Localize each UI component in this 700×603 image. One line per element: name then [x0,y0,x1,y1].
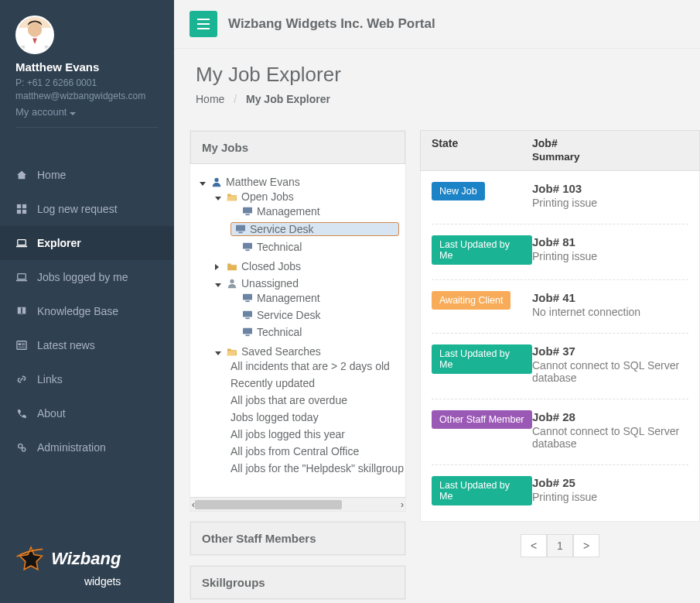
pager-page[interactable]: 1 [547,534,573,557]
tree-label: Service Desk [250,223,313,235]
tree-open-jobs[interactable]: Open Jobs [215,190,399,203]
saved-search-item[interactable]: All jobs that are overdue [230,394,399,406]
nav-label: Links [37,373,63,385]
svg-rect-1 [17,204,21,207]
tree-un-service-desk[interactable]: Service Desk [230,309,399,321]
job-summary: Printing issue [532,491,688,503]
saved-search-item[interactable]: Jobs logged today [230,411,399,423]
svg-rect-23 [238,231,242,233]
toggle-icon[interactable] [215,260,223,272]
saved-search-item[interactable]: All jobs from Central Office [230,445,399,457]
nav-links[interactable]: Links [0,362,174,396]
svg-point-0 [28,22,42,36]
job-row[interactable]: Other Staff MemberJob# 28Cannot connect … [421,399,699,465]
svg-point-26 [230,279,234,283]
tree-label: Matthew Evans [226,176,300,188]
tree-un-management[interactable]: Management [230,292,399,304]
svg-rect-21 [245,214,249,215]
tree-label: Recently updated [230,377,315,389]
tree-h-scrollbar[interactable]: ‹ › [190,497,405,511]
nav-latest-news[interactable]: Latest news [0,328,174,362]
monitor-icon [234,224,247,234]
toggle-icon[interactable] [215,277,223,290]
toggle-icon[interactable] [200,176,207,188]
tree-closed-jobs[interactable]: Closed Jobs [215,260,399,272]
tree-label: All jobs that are overdue [230,394,347,406]
nav-label: Home [37,169,66,181]
nav-about[interactable]: About [0,396,174,430]
tree-label: Jobs logged today [230,411,319,423]
job-tree[interactable]: Matthew Evans Open Jobs [190,164,405,497]
star-icon [15,544,46,575]
gears-icon [15,442,28,453]
breadcrumb-sep: / [234,93,237,105]
nav-home[interactable]: Home [0,158,174,192]
tree-open-service-desk[interactable]: Service Desk [230,222,399,236]
tree-label: Management [257,205,320,218]
job-row[interactable]: New JobJob# 103Printing issue [421,171,699,224]
nav-jobs-by-me[interactable]: Jobs logged by me [0,260,174,294]
nav-administration[interactable]: Administration [0,430,174,464]
svg-rect-7 [18,273,26,279]
svg-rect-16 [197,19,210,20]
pager-prev[interactable]: < [521,534,547,557]
col-job: Job# Summary [532,137,688,163]
job-row[interactable]: Last Updated by MeJob# 25Printing issue [421,465,699,521]
hamburger-button[interactable] [190,11,217,37]
job-summary: Printing issue [532,197,688,209]
breadcrumb-current: My Job Explorer [246,93,330,105]
tree-label: Unassigned [241,277,299,290]
toggle-icon[interactable] [215,345,223,358]
svg-rect-18 [197,28,210,29]
job-summary: Printing issue [532,250,688,262]
tree-label: Technical [257,326,302,338]
content-area: My Jobs Matthew Evans [174,121,700,603]
job-row[interactable]: Awaiting ClientJob# 41No internet connec… [421,280,699,334]
tree-unassigned[interactable]: Unassigned [215,277,399,290]
svg-rect-13 [19,346,26,347]
profile-email: matthew@wizbangwidgets.com [15,90,159,103]
skillgroups-panel[interactable]: Skillgroups [190,565,406,600]
tree-label: Open Jobs [241,190,294,203]
grid-icon [15,204,28,214]
tree-un-technical[interactable]: Technical [230,326,399,338]
tree-label: Closed Jobs [241,260,301,272]
avatar [15,15,54,54]
brand-logo: Wizbang widgets [15,544,121,588]
pager-next[interactable]: > [573,534,599,557]
scroll-thumb[interactable] [195,500,342,509]
tree-open-management[interactable]: Management [230,205,399,218]
svg-rect-3 [17,209,21,213]
home-icon [15,170,28,180]
tree-saved-searches[interactable]: Saved Searches [215,345,399,358]
state-badge: Last Updated by Me [432,344,532,374]
saved-search-item[interactable]: Recently updated [230,377,399,389]
account-dropdown[interactable]: My account [15,106,159,118]
other-staff-panel[interactable]: Other Staff Members [190,521,406,556]
sidebar-nav: Home Log new request Explorer Jobs logge… [0,158,174,464]
person-icon [210,176,223,187]
job-row[interactable]: Last Updated by MeJob# 81Printing issue [421,224,699,280]
nav-explorer[interactable]: Explorer [0,226,174,260]
saved-search-item[interactable]: All incidents that are > 2 days old [230,360,399,372]
svg-point-15 [22,447,25,451]
tree-user-root[interactable]: Matthew Evans [200,176,399,188]
nav-label: Jobs logged by me [37,271,128,283]
svg-rect-30 [245,317,249,319]
job-summary: Cannot connect to SQL Server database [532,425,688,450]
scroll-right-icon[interactable]: › [401,499,404,510]
svg-rect-20 [243,207,252,214]
breadcrumb-home[interactable]: Home [196,93,224,105]
saved-search-item[interactable]: All jobs logged this year [230,428,399,440]
nav-knowledge-base[interactable]: Knowledge Base [0,294,174,328]
nav-log-request[interactable]: Log new request [0,192,174,226]
profile-name: Matthew Evans [15,60,159,74]
tree-open-technical[interactable]: Technical [230,241,399,253]
monitor-icon [241,310,254,320]
job-row[interactable]: Last Updated by MeJob# 37Cannot connect … [421,334,699,399]
saved-search-item[interactable]: All jobs for the "Helpdesk" skillgroup [230,462,399,475]
folder-icon [226,262,238,271]
toggle-icon[interactable] [215,190,223,203]
page-header: My Job Explorer Home / My Job Explorer [174,49,700,121]
job-number: Job# 25 [532,476,688,489]
